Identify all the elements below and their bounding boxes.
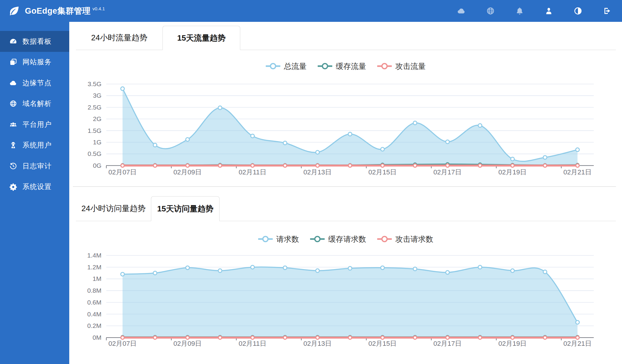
requests-chart-legend: 请求数 缓存请求数 攻击请求数: [69, 234, 622, 244]
svg-text:02月15日: 02月15日: [368, 340, 397, 347]
svg-text:0.5G: 0.5G: [87, 150, 101, 157]
sidebar-item-label: 网站服务: [22, 57, 52, 67]
platform-users-icon: [9, 120, 17, 129]
svg-text:2G: 2G: [93, 115, 101, 122]
sidebar-item-label: 平台用户: [22, 120, 52, 129]
legend-label: 缓存流量: [336, 61, 366, 71]
legend-marker-icon: [377, 62, 392, 70]
sidebar-item-audit-log[interactable]: 日志审计: [0, 156, 69, 177]
tab-traffic-15d[interactable]: 15天流量趋势: [162, 26, 240, 50]
legend-label: 请求数: [276, 234, 299, 244]
legend-marker-icon: [258, 235, 273, 243]
sidebar-item-system-users[interactable]: 系统用户: [0, 135, 69, 156]
globe-icon[interactable]: [486, 6, 495, 15]
legend-marker-icon: [377, 235, 392, 243]
svg-text:1.4M: 1.4M: [87, 252, 101, 259]
sidebar-item-label: 日志审计: [22, 161, 52, 171]
svg-text:0.6M: 0.6M: [87, 299, 101, 306]
app-version: v0.4.1: [93, 6, 105, 11]
sidebar-item-dashboard[interactable]: 数据看板: [0, 31, 69, 52]
svg-text:02月19日: 02月19日: [498, 168, 527, 176]
sidebar-item-platform-users[interactable]: 平台用户: [0, 114, 69, 135]
legend-label: 攻击流量: [395, 61, 426, 71]
svg-text:02月21日: 02月21日: [563, 340, 592, 347]
tab-label: 24小时访问量趋势: [81, 203, 145, 214]
svg-text:02月09日: 02月09日: [173, 168, 202, 176]
svg-text:3G: 3G: [93, 92, 101, 99]
section-divider: [73, 186, 616, 187]
sites-icon: [9, 58, 17, 66]
svg-text:02月07日: 02月07日: [108, 168, 137, 176]
svg-text:1M: 1M: [93, 275, 101, 282]
tab-label: 15天访问量趋势: [157, 204, 214, 214]
sidebar-item-label: 系统设置: [22, 182, 52, 191]
svg-text:1.2M: 1.2M: [87, 264, 101, 271]
goedge-logo-icon: [9, 5, 20, 17]
legend-marker-icon: [318, 62, 332, 70]
sidebar-item-label: 边缘节点: [22, 78, 52, 88]
tab-requests-24h[interactable]: 24小时访问量趋势: [76, 196, 151, 221]
svg-text:0.2M: 0.2M: [87, 322, 101, 329]
svg-text:0.4M: 0.4M: [87, 311, 101, 318]
svg-text:2.5G: 2.5G: [87, 104, 101, 111]
svg-text:02月11日: 02月11日: [239, 340, 266, 347]
svg-text:02月11日: 02月11日: [239, 168, 266, 176]
svg-text:02月13日: 02月13日: [303, 340, 332, 347]
legend-item-缓存请求数[interactable]: 缓存请求数: [310, 234, 366, 244]
app-title: GoEdge集群管理: [25, 5, 91, 16]
contrast-icon[interactable]: [573, 6, 583, 15]
svg-text:02月15日: 02月15日: [368, 168, 397, 176]
tab-requests-15d[interactable]: 15天访问量趋势: [151, 196, 220, 221]
sidebar-item-label: 域名解析: [22, 99, 52, 108]
user-icon[interactable]: [544, 6, 553, 15]
requests-trend-chart: 1.4M1.2M1M0.8M0.6M0.4M0.2M0M02月07日02月09日…: [69, 248, 622, 354]
top-header: GoEdge集群管理 v0.4.1: [0, 0, 622, 22]
sidebar-item-label: 数据看板: [22, 37, 52, 46]
traffic-trend-tabbar: 24小时流量趋势15天流量趋势: [76, 26, 616, 50]
sidebar-item-edge-nodes[interactable]: 边缘节点: [0, 72, 69, 93]
dashboard-icon: [9, 37, 17, 46]
legend-label: 缓存请求数: [328, 234, 366, 244]
tab-traffic-24h[interactable]: 24小时流量趋势: [76, 26, 162, 50]
legend-label: 攻击请求数: [395, 234, 433, 244]
audit-log-icon: [9, 162, 17, 170]
bell-icon[interactable]: [515, 6, 524, 15]
svg-text:02月19日: 02月19日: [498, 340, 527, 347]
svg-text:02月17日: 02月17日: [433, 340, 462, 347]
legend-marker-icon: [266, 62, 280, 70]
sidebar-item-dns[interactable]: 域名解析: [0, 93, 69, 114]
svg-text:1.5G: 1.5G: [87, 127, 101, 134]
settings-icon: [9, 183, 17, 191]
legend-item-攻击请求数[interactable]: 攻击请求数: [377, 234, 433, 244]
legend-item-请求数[interactable]: 请求数: [258, 234, 299, 244]
svg-text:0M: 0M: [93, 334, 101, 341]
legend-item-缓存流量[interactable]: 缓存流量: [318, 61, 366, 71]
traffic-chart-legend: 总流量 缓存流量 攻击流量: [69, 61, 622, 72]
legend-item-总流量[interactable]: 总流量: [266, 61, 307, 71]
system-users-icon: [9, 141, 17, 149]
svg-text:02月21日: 02月21日: [563, 168, 592, 176]
sidebar-item-label: 系统用户: [22, 140, 52, 150]
header-icon-group: [457, 6, 612, 15]
sidebar-nav: 数据看板 网站服务 边缘节点 域名解析 平台用户 系统用户 日志审计 系统设置: [0, 22, 69, 364]
tab-label: 24小时流量趋势: [91, 32, 147, 43]
svg-text:0.8M: 0.8M: [87, 287, 101, 294]
svg-text:1G: 1G: [93, 139, 101, 146]
legend-marker-icon: [310, 235, 325, 243]
tab-label: 15天流量趋势: [177, 33, 226, 43]
legend-label: 总流量: [284, 61, 307, 71]
svg-text:02月17日: 02月17日: [433, 168, 462, 176]
legend-item-攻击流量[interactable]: 攻击流量: [377, 61, 426, 71]
svg-text:02月09日: 02月09日: [173, 340, 202, 347]
svg-text:3.5G: 3.5G: [87, 80, 101, 87]
sidebar-item-settings[interactable]: 系统设置: [0, 177, 69, 197]
requests-trend-tabbar: 24小时访问量趋势15天访问量趋势: [76, 196, 616, 221]
svg-text:02月13日: 02月13日: [303, 168, 332, 176]
svg-text:02月07日: 02月07日: [108, 340, 137, 347]
edge-nodes-icon: [9, 79, 17, 87]
logout-icon[interactable]: [603, 6, 612, 15]
svg-text:0G: 0G: [93, 162, 101, 169]
dns-icon: [9, 99, 17, 108]
cloud-icon[interactable]: [457, 6, 466, 15]
sidebar-item-sites[interactable]: 网站服务: [0, 52, 69, 73]
